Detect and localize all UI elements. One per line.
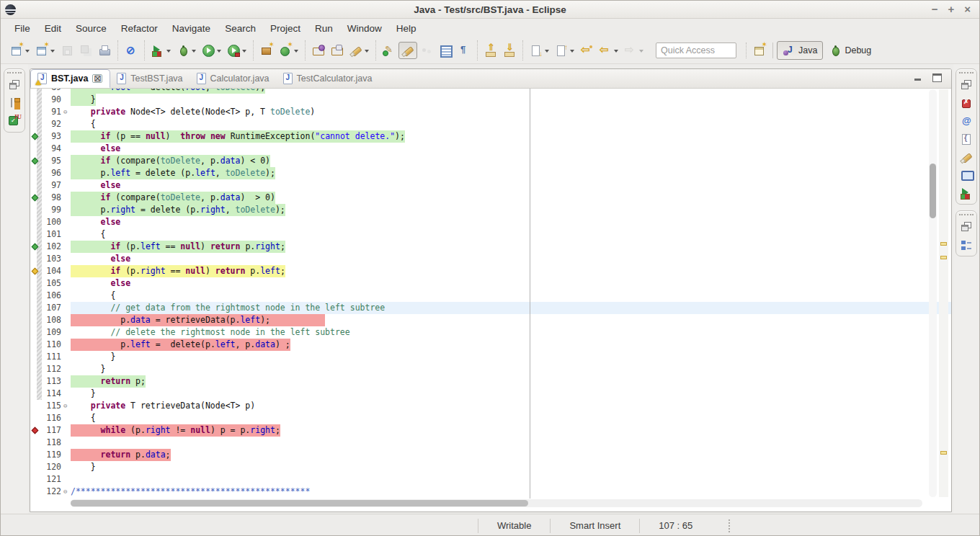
editor-line-118[interactable]: 118 bbox=[30, 437, 951, 449]
dropdown-caret-icon[interactable] bbox=[217, 50, 221, 55]
editor-line-107[interactable]: 107 // get data from the rightmost node … bbox=[30, 302, 951, 314]
line-marker-gutter[interactable] bbox=[30, 461, 43, 473]
perspective-java-button[interactable]: Java bbox=[777, 41, 823, 60]
editor-line-110[interactable]: 110 p.left = delete(p.left, p.data) ; bbox=[30, 339, 951, 351]
editor-line-97[interactable]: 97 else bbox=[30, 179, 951, 192]
fold-collapse-icon[interactable]: ⊖ bbox=[63, 400, 71, 412]
menu-edit[interactable]: Edit bbox=[38, 21, 68, 36]
line-marker-gutter[interactable] bbox=[30, 302, 43, 314]
show-whitespace-button[interactable] bbox=[455, 42, 473, 59]
line-marker-gutter[interactable] bbox=[30, 204, 43, 216]
editor-line-91[interactable]: 91⊖ private Node<T> delete(Node<T> p, T … bbox=[30, 106, 951, 118]
line-marker-gutter[interactable] bbox=[30, 449, 43, 461]
restore-view-icon[interactable] bbox=[960, 220, 973, 233]
line-marker-gutter[interactable] bbox=[30, 130, 43, 143]
code-text[interactable]: else bbox=[71, 216, 951, 228]
editor-line-112[interactable]: 112 } bbox=[30, 363, 951, 375]
line-marker-gutter[interactable] bbox=[30, 167, 43, 179]
menu-run[interactable]: Run bbox=[308, 21, 339, 36]
link-with-editor-button[interactable] bbox=[417, 42, 436, 59]
menu-navigate[interactable]: Navigate bbox=[166, 21, 217, 36]
dropdown-caret-icon[interactable] bbox=[192, 50, 196, 55]
horizontal-scrollbar-thumb[interactable] bbox=[71, 500, 528, 506]
line-marker-gutter[interactable] bbox=[30, 179, 43, 192]
line-marker-gutter[interactable] bbox=[30, 363, 43, 375]
dropdown-caret-icon[interactable] bbox=[545, 50, 549, 55]
back-button[interactable] bbox=[596, 42, 621, 59]
minimize-button[interactable]: − bbox=[932, 1, 938, 17]
line-marker-gutter[interactable] bbox=[30, 143, 43, 155]
outline-view-icon[interactable] bbox=[960, 238, 973, 251]
restore-view-icon[interactable] bbox=[8, 79, 21, 91]
menu-search[interactable]: Search bbox=[218, 21, 262, 36]
new-java-element-button[interactable] bbox=[32, 42, 58, 59]
editor-line-116[interactable]: 116 { bbox=[30, 412, 951, 424]
maximize-button[interactable]: + bbox=[948, 1, 954, 17]
fold-collapse-icon[interactable]: ⊖ bbox=[63, 106, 71, 118]
code-text[interactable]: { bbox=[71, 412, 951, 424]
code-text[interactable]: { bbox=[71, 118, 951, 130]
code-text[interactable]: while (p.right != null) p = p.right; bbox=[71, 424, 951, 437]
tab-calculator-java[interactable]: Calculator.java bbox=[190, 69, 277, 88]
quick-access-input[interactable] bbox=[656, 43, 736, 58]
line-marker-gutter[interactable] bbox=[30, 89, 43, 94]
line-marker-gutter[interactable] bbox=[30, 228, 43, 241]
code-text[interactable]: private T retrieveData(Node<T> p) bbox=[71, 400, 951, 412]
tab-bst-java[interactable]: BST.java☒ bbox=[30, 69, 110, 88]
code-text[interactable]: return p.data; bbox=[71, 449, 951, 461]
maximize-editor-icon[interactable] bbox=[932, 73, 941, 81]
editor-line-117[interactable]: 117 while (p.right != null) p = p.right; bbox=[30, 424, 951, 437]
code-text[interactable]: /***************************************… bbox=[71, 486, 951, 498]
menu-help[interactable]: Help bbox=[390, 21, 423, 36]
code-text[interactable]: } bbox=[71, 461, 951, 473]
overview-annotation-marker[interactable] bbox=[940, 256, 947, 259]
code-text[interactable]: } bbox=[71, 388, 951, 400]
package-explorer-icon[interactable] bbox=[8, 97, 21, 110]
editor-line-109[interactable]: 109 // delete the rightmost node in the … bbox=[30, 326, 951, 339]
code-text[interactable]: { bbox=[71, 228, 951, 241]
code-text[interactable] bbox=[71, 473, 951, 486]
new-class-button[interactable] bbox=[276, 42, 301, 59]
code-text[interactable]: else bbox=[71, 277, 951, 290]
coverage-button[interactable] bbox=[148, 42, 174, 59]
editor-line-89[interactable]: 89 root = delete(root, toDelete); bbox=[30, 89, 951, 94]
dropdown-caret-icon[interactable] bbox=[570, 50, 574, 55]
new-wizard-button[interactable] bbox=[7, 42, 32, 59]
problems-view-icon[interactable] bbox=[960, 97, 973, 110]
fold-collapse-icon[interactable]: ⊖ bbox=[63, 486, 71, 498]
line-marker-gutter[interactable] bbox=[30, 473, 43, 486]
restore-view-icon[interactable] bbox=[960, 79, 973, 91]
line-marker-gutter[interactable] bbox=[30, 192, 43, 204]
editor-line-93[interactable]: 93 if (p == null) throw new RuntimeExcep… bbox=[30, 130, 951, 143]
code-text[interactable]: root = delete(root, toDelete); bbox=[71, 89, 951, 94]
line-marker-gutter[interactable] bbox=[30, 437, 43, 449]
code-text[interactable]: } bbox=[71, 351, 951, 363]
previous-annotation-button[interactable] bbox=[552, 42, 577, 59]
line-marker-gutter[interactable] bbox=[30, 290, 43, 302]
next-annotation-button[interactable] bbox=[527, 42, 552, 59]
forward-button[interactable] bbox=[621, 42, 646, 59]
line-marker-gutter[interactable] bbox=[30, 106, 43, 118]
horizontal-scrollbar[interactable] bbox=[71, 499, 922, 507]
menu-window[interactable]: Window bbox=[341, 21, 388, 36]
editor-line-102[interactable]: 102 if (p.left == null) return p.right; bbox=[30, 241, 951, 253]
dropdown-caret-icon[interactable] bbox=[639, 50, 643, 55]
line-marker-gutter[interactable] bbox=[30, 351, 43, 363]
line-marker-gutter[interactable] bbox=[30, 155, 43, 167]
run-external-tools-button[interactable] bbox=[224, 42, 249, 59]
tab-testcalculator-java[interactable]: TestCalculator.java bbox=[277, 69, 380, 88]
menu-refactor[interactable]: Refactor bbox=[115, 21, 164, 36]
editor-line-92[interactable]: 92 { bbox=[30, 118, 951, 130]
dropdown-caret-icon[interactable] bbox=[614, 50, 618, 55]
editor-line-121[interactable]: 121 bbox=[30, 473, 951, 486]
line-marker-gutter[interactable] bbox=[30, 375, 43, 388]
dropdown-caret-icon[interactable] bbox=[365, 50, 369, 55]
annotate-pen-button[interactable] bbox=[347, 42, 372, 59]
editor-line-95[interactable]: 95 if (compare(toDelete, p.data) < 0) bbox=[30, 155, 951, 167]
vertical-scrollbar-thumb[interactable] bbox=[930, 164, 936, 218]
dropdown-caret-icon[interactable] bbox=[166, 50, 171, 55]
open-perspective-button[interactable] bbox=[750, 42, 769, 59]
editor-line-104[interactable]: 104 if (p.right == null) return p.left; bbox=[30, 265, 951, 277]
code-text[interactable]: return p; bbox=[71, 375, 951, 388]
coverage-view-icon[interactable] bbox=[960, 187, 973, 200]
